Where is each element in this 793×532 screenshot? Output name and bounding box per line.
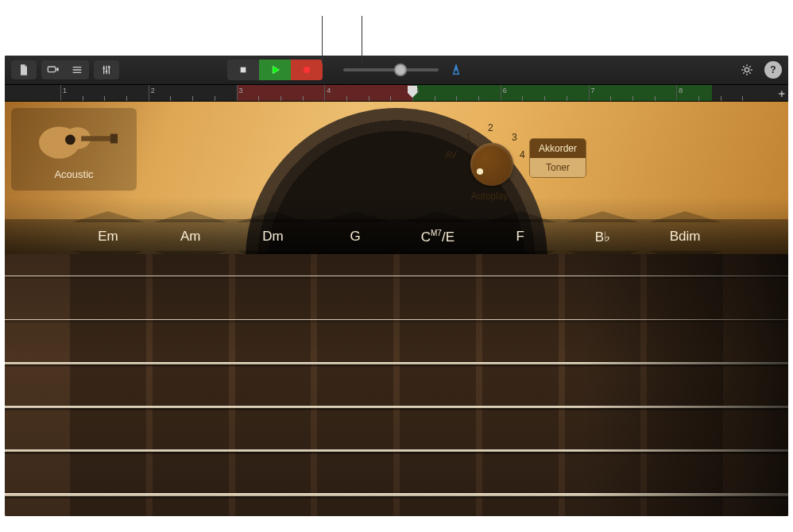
ruler-barline	[589, 85, 590, 101]
chord-strip: EmAmDmGCM7/EFB♭Bdim	[5, 219, 788, 254]
view-segment	[41, 60, 89, 79]
instrument-selector[interactable]: Acoustic	[11, 108, 137, 191]
svg-rect-0	[48, 67, 55, 72]
chord-button[interactable]: Dm	[232, 219, 315, 254]
autoplay-tick-1: 1	[466, 132, 471, 143]
acoustic-guitar-icon	[30, 113, 118, 165]
chord-button[interactable]: CM7/E	[396, 219, 479, 254]
string-row[interactable]	[5, 385, 788, 429]
tracks-view-button[interactable]	[65, 60, 89, 79]
help-button[interactable]: ?	[764, 61, 782, 79]
instrument-area: Acoustic AV 1 2 3 4 Autoplay Akkorder To…	[5, 102, 788, 516]
sliders-icon	[100, 64, 113, 76]
instrument-name: Acoustic	[54, 168, 93, 180]
ruler-barline	[237, 85, 238, 101]
svg-point-6	[304, 67, 310, 73]
toolbar: ?	[5, 56, 788, 84]
svg-rect-5	[241, 67, 246, 73]
guitar-string	[5, 493, 788, 496]
mode-notes-button[interactable]: Toner	[530, 158, 586, 177]
ruler-barline	[501, 85, 501, 101]
chord-button[interactable]: Em	[67, 219, 149, 254]
settings-button[interactable]	[734, 60, 760, 79]
timeline-ruler[interactable]: 12345678 +	[5, 84, 788, 102]
metronome-button[interactable]	[443, 60, 469, 79]
string-row[interactable]	[5, 429, 788, 472]
app-window: ? 12345678 +	[5, 56, 788, 516]
transport-controls	[227, 60, 323, 80]
cycle-region-active	[412, 85, 712, 101]
autoplay-off-label: AV	[445, 149, 457, 160]
guitar-string	[5, 362, 788, 364]
ruler-bar-number: 6	[503, 87, 507, 94]
play-button[interactable]	[259, 60, 291, 80]
guitar-string	[5, 406, 788, 408]
chord-button[interactable]: Bdim	[644, 219, 726, 254]
mode-chords-button[interactable]: Akkorder	[530, 139, 586, 158]
string-row[interactable]	[5, 472, 788, 516]
play-icon	[269, 64, 281, 76]
add-section-button[interactable]: +	[779, 87, 785, 100]
guitar-string	[5, 449, 788, 452]
callout-overlay	[0, 0, 793, 56]
playhead[interactable]	[407, 85, 418, 101]
playhead-icon	[407, 85, 418, 102]
metronome-icon	[450, 64, 462, 76]
svg-rect-1	[56, 67, 59, 71]
svg-point-7	[745, 67, 749, 71]
ruler-barline	[676, 85, 677, 101]
record-button[interactable]	[291, 60, 323, 80]
stop-button[interactable]	[227, 60, 259, 80]
ruler-bar-number: 8	[679, 87, 683, 94]
gear-icon	[741, 64, 753, 76]
svg-point-4	[108, 66, 110, 68]
autoplay-caption: Autoplay	[442, 191, 537, 202]
ruler-bar-number: 7	[591, 87, 595, 94]
autoplay-control: AV 1 2 3 4 Autoplay	[442, 121, 537, 216]
autoplay-tick-4: 4	[520, 149, 525, 160]
device-icon	[47, 64, 60, 76]
autoplay-tick-3: 3	[512, 132, 517, 143]
record-icon	[300, 64, 313, 76]
chord-button[interactable]: Am	[149, 219, 232, 254]
svg-point-2	[103, 67, 105, 70]
mode-toggle: Akkorder Toner	[529, 138, 586, 178]
file-icon	[17, 64, 30, 76]
volume-slider[interactable]	[343, 63, 439, 77]
autoplay-tick-2: 2	[488, 122, 493, 133]
string-row[interactable]	[5, 298, 788, 341]
ruler-bar-number: 3	[239, 87, 243, 94]
fretboard	[5, 254, 788, 516]
svg-rect-12	[110, 134, 118, 144]
ruler-bar-number: 4	[327, 87, 331, 94]
guitar-string	[5, 276, 788, 276]
ruler-barline	[149, 85, 149, 101]
svg-rect-11	[81, 136, 113, 141]
ruler-bar-number: 2	[151, 87, 155, 94]
guitar-string	[5, 319, 788, 321]
my-songs-button[interactable]	[11, 60, 37, 79]
svg-point-3	[106, 71, 108, 73]
track-controls-button[interactable]	[94, 60, 119, 79]
ruler-bar-number: 1	[63, 87, 67, 94]
string-row[interactable]	[5, 254, 788, 298]
chord-button[interactable]: F	[479, 219, 562, 254]
chord-button[interactable]: G	[314, 219, 396, 254]
string-row[interactable]	[5, 341, 788, 385]
chord-button[interactable]: B♭	[562, 219, 644, 254]
svg-point-10	[65, 135, 75, 145]
autoplay-dial[interactable]	[470, 143, 513, 186]
stop-icon	[237, 64, 250, 76]
instrument-view-button[interactable]	[41, 60, 65, 79]
list-icon	[71, 64, 83, 76]
ruler-barline	[324, 85, 325, 101]
ruler-barline	[60, 85, 61, 101]
